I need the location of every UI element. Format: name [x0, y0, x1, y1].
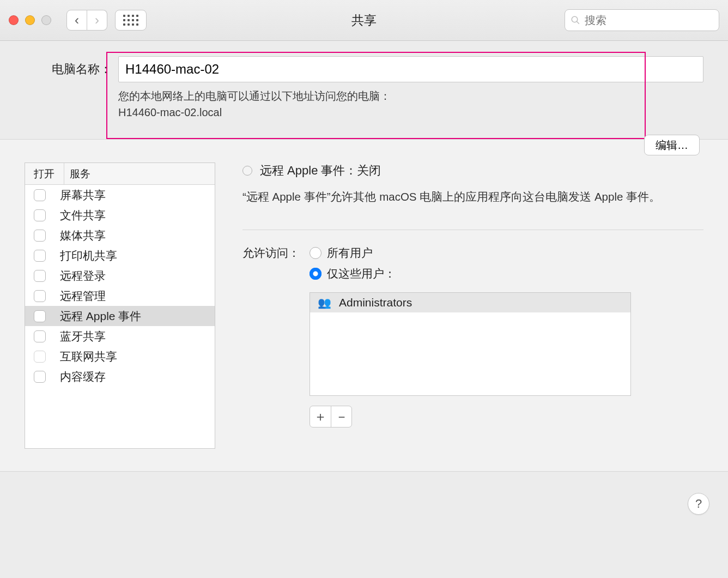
service-checkbox[interactable]	[34, 250, 46, 262]
radio-all-users[interactable]: 所有用户	[310, 245, 631, 261]
service-checkbox[interactable]	[34, 230, 46, 242]
service-label: 文件共享	[60, 208, 106, 223]
window-controls	[9, 15, 51, 25]
radio-checked-icon	[310, 268, 321, 280]
service-checkbox[interactable]	[34, 330, 46, 342]
edit-button[interactable]: 编辑…	[644, 135, 700, 155]
services-header: 打开 服务	[25, 163, 215, 185]
radio-only-label: 仅这些用户：	[327, 266, 396, 281]
users-icon: 👥	[318, 296, 331, 309]
service-row[interactable]: 互联网共享	[25, 346, 215, 366]
computer-name-label: 电脑名称：	[25, 61, 112, 77]
radio-icon	[310, 247, 321, 259]
help-button[interactable]: ?	[688, 493, 709, 515]
service-label: 屏幕共享	[60, 188, 106, 203]
service-detail: 远程 Apple 事件：关闭 “远程 Apple 事件”允许其他 macOS 电…	[242, 162, 703, 455]
svg-point-0	[572, 16, 578, 22]
service-row[interactable]: 远程管理	[25, 286, 215, 306]
service-description: “远程 Apple 事件”允许其他 macOS 电脑上的应用程序向这台电脑发送 …	[242, 189, 703, 206]
user-name: Administrators	[339, 296, 412, 309]
search-field-wrap[interactable]	[565, 9, 719, 31]
service-row[interactable]: 内容缓存	[25, 366, 215, 387]
computer-name-subtext: 您的本地网络上的电脑可以通过以下地址访问您的电脑： H14460-mac-02.…	[118, 88, 703, 121]
add-user-button[interactable]: ＋	[310, 406, 331, 427]
nav-buttons: ‹ ›	[66, 10, 107, 31]
service-checkbox[interactable]	[34, 270, 46, 282]
service-row[interactable]: 屏幕共享	[25, 185, 215, 205]
close-window-button[interactable]	[9, 15, 19, 25]
subtext-line2: H14460-mac-02.local	[118, 104, 703, 121]
service-row[interactable]: 远程 Apple 事件	[25, 306, 215, 326]
toolbar: ‹ › 共享	[0, 0, 728, 41]
service-row[interactable]: 文件共享	[25, 205, 215, 225]
service-checkbox[interactable]	[34, 290, 46, 302]
divider	[242, 230, 703, 230]
status-text: 远程 Apple 事件：关闭	[260, 162, 381, 179]
service-row[interactable]: 打印机共享	[25, 245, 215, 266]
service-label: 远程管理	[60, 288, 106, 304]
service-row[interactable]: 远程登录	[25, 266, 215, 286]
grid-icon	[123, 15, 138, 26]
services-list: 打开 服务 屏幕共享文件共享媒体共享打印机共享远程登录远程管理远程 Apple …	[25, 162, 215, 449]
service-checkbox[interactable]	[34, 371, 46, 383]
service-label: 互联网共享	[60, 349, 117, 364]
search-input[interactable]	[585, 14, 713, 27]
service-label: 媒体共享	[60, 228, 106, 243]
user-row[interactable]: 👥 Administrators	[310, 293, 630, 312]
service-checkbox[interactable]	[34, 209, 46, 221]
radio-only-users[interactable]: 仅这些用户：	[310, 266, 631, 281]
service-row[interactable]: 蓝牙共享	[25, 326, 215, 346]
service-label: 打印机共享	[60, 248, 117, 263]
services-header-open: 打开	[25, 163, 64, 184]
chevron-right-icon: ›	[95, 13, 99, 28]
service-label: 远程 Apple 事件	[60, 309, 141, 324]
minimize-window-button[interactable]	[25, 15, 35, 25]
svg-line-1	[577, 21, 579, 24]
service-label: 远程登录	[60, 268, 106, 284]
remove-user-button[interactable]: －	[331, 406, 351, 427]
users-list[interactable]: 👥 Administrators	[310, 292, 631, 396]
service-row[interactable]: 媒体共享	[25, 225, 215, 245]
service-label: 内容缓存	[60, 369, 106, 384]
service-label: 蓝牙共享	[60, 329, 106, 344]
chevron-left-icon: ‹	[75, 13, 79, 28]
service-checkbox[interactable]	[34, 189, 46, 201]
service-checkbox[interactable]	[34, 310, 46, 322]
computer-name-section: 电脑名称： 您的本地网络上的电脑可以通过以下地址访问您的电脑： H14460-m…	[0, 41, 728, 139]
status-led-icon	[242, 166, 252, 176]
forward-button: ›	[87, 10, 107, 31]
search-icon	[571, 15, 580, 26]
radio-all-label: 所有用户	[327, 245, 373, 261]
computer-name-input[interactable]	[118, 56, 703, 82]
service-checkbox	[34, 351, 46, 363]
back-button[interactable]: ‹	[66, 10, 87, 31]
add-remove-buttons: ＋ －	[310, 406, 352, 428]
show-all-button[interactable]	[115, 10, 147, 31]
subtext-line1: 您的本地网络上的电脑可以通过以下地址访问您的电脑：	[118, 88, 703, 104]
access-label: 允许访问：	[242, 245, 300, 261]
services-header-service: 服务	[64, 163, 215, 184]
zoom-window-button	[41, 15, 51, 25]
main-panel: 打开 服务 屏幕共享文件共享媒体共享打印机共享远程登录远程管理远程 Apple …	[0, 139, 728, 472]
access-radio-group: 所有用户 仅这些用户： 👥 Administrators ＋ －	[310, 245, 631, 428]
